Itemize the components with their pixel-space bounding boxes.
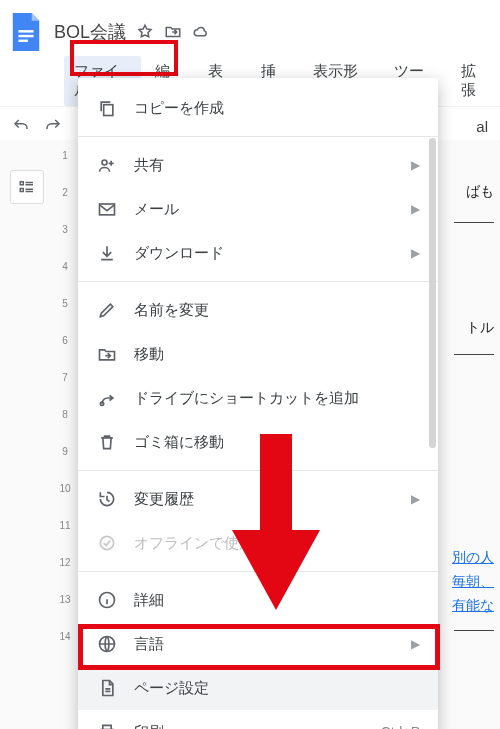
svg-point-6 [102, 160, 107, 165]
menuitem-language[interactable]: 言語 ▶ [78, 622, 438, 666]
move-folder-icon[interactable] [164, 23, 182, 41]
svg-rect-5 [104, 105, 113, 116]
vruler-tick: 5 [62, 298, 68, 309]
vruler-tick: 6 [62, 335, 68, 346]
chevron-right-icon: ▶ [411, 246, 420, 260]
menuitem-trash[interactable]: ゴミ箱に移動 [78, 420, 438, 464]
svg-rect-1 [18, 35, 33, 37]
menuitem-make-copy[interactable]: コピーを作成 [78, 86, 438, 130]
menuitem-offline: オフラインで使用可 [78, 521, 438, 565]
doc-title[interactable]: BOL会議 [54, 20, 126, 44]
share-icon [96, 154, 118, 176]
menuitem-label: 詳細 [134, 591, 164, 610]
menuitem-history[interactable]: 変更履歴 ▶ [78, 477, 438, 521]
chevron-right-icon: ▶ [411, 492, 420, 506]
menuitem-add-shortcut[interactable]: ドライブにショートカットを追加 [78, 376, 438, 420]
menuitem-label: ページ設定 [134, 679, 209, 698]
menuitem-label: コピーを作成 [134, 99, 224, 118]
menu-separator [78, 281, 438, 282]
rename-icon [96, 299, 118, 321]
svg-rect-2 [18, 40, 27, 42]
menuitem-share[interactable]: 共有 ▶ [78, 143, 438, 187]
page-setup-icon [96, 677, 118, 699]
print-icon [96, 721, 118, 729]
doc-text-fragment: ばも [466, 183, 494, 199]
menuitem-move[interactable]: 移動 [78, 332, 438, 376]
doc-link-fragment[interactable]: 別の人 [452, 549, 494, 565]
menuitem-label: ダウンロード [134, 244, 224, 263]
titlebar: BOL会議 [0, 0, 500, 56]
menuitem-label: 移動 [134, 345, 164, 364]
undo-icon[interactable] [12, 117, 30, 135]
vruler-tick: 10 [59, 483, 70, 494]
doc-link-fragment[interactable]: 有能な [452, 597, 494, 613]
menu-separator [78, 470, 438, 471]
menuitem-rename[interactable]: 名前を変更 [78, 288, 438, 332]
dropdown-scrollbar[interactable] [429, 86, 436, 729]
menuitem-download[interactable]: ダウンロード ▶ [78, 231, 438, 275]
toolbar-right-text: al [476, 118, 488, 135]
outline-toggle-icon[interactable] [10, 170, 44, 204]
copy-icon [96, 97, 118, 119]
info-icon [96, 589, 118, 611]
vruler-tick: 4 [62, 261, 68, 272]
vruler-tick: 9 [62, 446, 68, 457]
menuitem-print[interactable]: 印刷 Ctrl+P [78, 710, 438, 729]
ruler-left: 1 2 3 4 5 6 7 8 9 10 11 12 13 14 [54, 140, 76, 729]
offline-icon [96, 532, 118, 554]
vruler-tick: 3 [62, 224, 68, 235]
shortcut-icon [96, 387, 118, 409]
menuitem-label: 共有 [134, 156, 164, 175]
doc-text-fragment: トル [466, 319, 494, 335]
email-icon [96, 198, 118, 220]
svg-rect-3 [20, 182, 23, 185]
vruler-tick: 7 [62, 372, 68, 383]
menuitem-page-setup[interactable]: ページ設定 [78, 666, 438, 710]
vruler-tick: 2 [62, 187, 68, 198]
doc-divider [454, 354, 494, 355]
cloud-status-icon[interactable] [192, 23, 210, 41]
chevron-right-icon: ▶ [411, 202, 420, 216]
menuitem-label: 印刷 [134, 723, 164, 730]
docs-logo-icon[interactable] [8, 8, 44, 56]
svg-rect-4 [20, 189, 23, 192]
menu-separator [78, 571, 438, 572]
vruler-tick: 8 [62, 409, 68, 420]
svg-rect-0 [18, 30, 33, 32]
vruler-tick: 13 [59, 594, 70, 605]
menuitem-label: 言語 [134, 635, 164, 654]
doc-divider [454, 222, 494, 223]
vruler-tick: 11 [59, 520, 70, 531]
vruler-tick: 1 [62, 150, 68, 161]
star-icon[interactable] [136, 23, 154, 41]
menuitem-label: 変更履歴 [134, 490, 194, 509]
vruler-tick: 12 [59, 557, 70, 568]
svg-point-9 [100, 536, 113, 549]
menuitem-details[interactable]: 詳細 [78, 578, 438, 622]
menuitem-label: ドライブにショートカットを追加 [134, 389, 359, 408]
history-icon [96, 488, 118, 510]
menu-separator [78, 136, 438, 137]
move-icon [96, 343, 118, 365]
menuitem-label: ゴミ箱に移動 [134, 433, 224, 452]
download-icon [96, 242, 118, 264]
file-menu-dropdown: コピーを作成 共有 ▶ メール ▶ ダウンロード ▶ 名前を変更 移動 ドライブ… [78, 78, 438, 729]
scrollbar-thumb[interactable] [429, 138, 436, 448]
menuitem-label: オフラインで使用可 [134, 534, 269, 553]
language-icon [96, 633, 118, 655]
menuitem-email[interactable]: メール ▶ [78, 187, 438, 231]
menuitem-shortcut: Ctrl+P [381, 724, 420, 729]
trash-icon [96, 431, 118, 453]
doc-link-fragment[interactable]: 毎朝、 [452, 573, 494, 589]
menuitem-label: 名前を変更 [134, 301, 209, 320]
doc-divider [454, 630, 494, 631]
menuitem-label: メール [134, 200, 179, 219]
chevron-right-icon: ▶ [411, 637, 420, 651]
chevron-right-icon: ▶ [411, 158, 420, 172]
vruler-tick: 14 [59, 631, 70, 642]
menu-extensions[interactable]: 拡張 [451, 56, 500, 106]
redo-icon[interactable] [44, 117, 62, 135]
